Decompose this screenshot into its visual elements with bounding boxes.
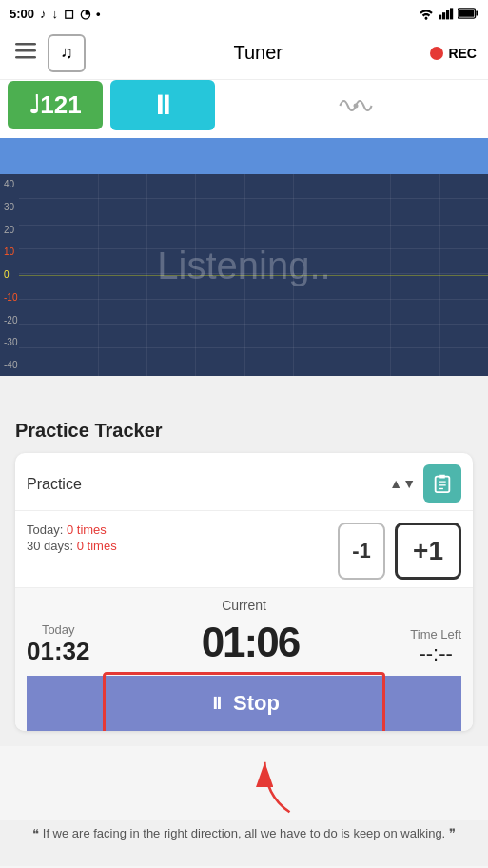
toolbar: ♩121 ⏸ bbox=[0, 80, 488, 138]
days30-count: 0 times bbox=[77, 539, 117, 553]
menu-icon bbox=[15, 43, 36, 60]
svg-rect-5 bbox=[476, 10, 478, 15]
practice-section: Practice Tracker Practice ▲▼ bbox=[0, 404, 488, 746]
current-label: Current bbox=[27, 598, 461, 613]
card-stats: Today: 0 times 30 days: 0 times -1 +1 bbox=[15, 511, 473, 588]
today-col: Today 01:32 bbox=[27, 622, 90, 666]
y-label-30: 30 bbox=[4, 203, 17, 212]
y-label-10: 10 bbox=[4, 247, 17, 257]
radio-wave-icon bbox=[332, 90, 380, 121]
y-label-40: 40 bbox=[4, 180, 17, 189]
section-separator bbox=[0, 376, 488, 404]
practice-select[interactable]: Practice bbox=[27, 476, 389, 492]
select-arrows-icon: ▲▼ bbox=[389, 476, 416, 491]
today-time-value: 01:32 bbox=[27, 637, 90, 666]
card-top: Practice ▲▼ bbox=[15, 453, 473, 511]
y-label-neg10: -10 bbox=[4, 293, 17, 303]
svg-rect-9 bbox=[15, 56, 36, 59]
practice-card: Practice ▲▼ Today: 0 times 30 bbox=[15, 453, 473, 731]
download-icon: ↓ bbox=[52, 7, 59, 21]
practice-tracker-title: Practice Tracker bbox=[15, 420, 473, 442]
today-count: 0 times bbox=[67, 523, 107, 537]
bpm-value: ♩121 bbox=[29, 90, 81, 119]
rec-dot-icon bbox=[430, 47, 443, 60]
current-time-value: 01:06 bbox=[202, 619, 300, 665]
card-current: Current Today 01:32 01:06 Time Left --:-… bbox=[15, 588, 473, 731]
status-bar: 5:00 ♪ ↓ ◻ ◔ • bbox=[0, 0, 488, 27]
current-time-display: 01:06 bbox=[202, 619, 300, 666]
stats-text: Today: 0 times 30 days: 0 times bbox=[27, 523, 319, 555]
dot-indicator: • bbox=[96, 7, 101, 21]
page-title: Tuner bbox=[233, 42, 283, 64]
svg-rect-0 bbox=[439, 15, 441, 20]
svg-point-10 bbox=[353, 103, 358, 108]
svg-rect-1 bbox=[442, 12, 445, 19]
status-right bbox=[418, 7, 478, 20]
svg-rect-8 bbox=[15, 49, 36, 52]
hamburger-button[interactable] bbox=[11, 39, 40, 67]
battery-icon bbox=[458, 8, 478, 19]
logo-music-note: ♫ bbox=[60, 43, 73, 63]
today-time-label: Today bbox=[27, 622, 90, 637]
time-left-value: --:-- bbox=[410, 641, 461, 666]
current-row: Today 01:32 01:06 Time Left --:-- bbox=[27, 619, 461, 676]
wifi-icon bbox=[418, 7, 435, 20]
rec-button[interactable]: REC bbox=[430, 46, 477, 61]
nfc-icon: ◔ bbox=[80, 7, 90, 21]
pause-icon: ⏸ bbox=[149, 89, 176, 121]
svg-rect-3 bbox=[450, 8, 453, 19]
signal-icon bbox=[439, 7, 454, 20]
pause-button[interactable]: ⏸ bbox=[110, 80, 215, 130]
decrement-button[interactable]: -1 bbox=[338, 523, 385, 580]
y-label-0: 0 bbox=[4, 270, 17, 280]
y-label-neg20: -20 bbox=[4, 316, 17, 326]
bpm-display: ♩121 bbox=[8, 81, 103, 129]
time-left-col: Time Left --:-- bbox=[410, 627, 461, 666]
arrow-annotation bbox=[0, 746, 488, 820]
stop-label: Stop bbox=[233, 691, 280, 716]
clipboard-button[interactable] bbox=[423, 464, 461, 503]
arrow-icon bbox=[244, 754, 302, 820]
increment-button[interactable]: +1 bbox=[395, 523, 461, 580]
app-logo: ♫ bbox=[48, 34, 86, 72]
stop-button[interactable]: ⏸ Stop bbox=[27, 676, 461, 731]
svg-rect-2 bbox=[446, 10, 449, 20]
stop-btn-container: ⏸ Stop bbox=[27, 676, 461, 731]
status-left: 5:00 ♪ ↓ ◻ ◔ • bbox=[10, 7, 101, 21]
app-header: ♫ Tuner REC bbox=[0, 27, 488, 80]
tuner-tab[interactable] bbox=[223, 90, 488, 121]
quote-text: ❝ If we are facing in the right directio… bbox=[23, 824, 465, 843]
quote-section: ❝ If we are facing in the right directio… bbox=[0, 820, 488, 866]
svg-rect-7 bbox=[15, 43, 36, 46]
time-left-label: Time Left bbox=[410, 627, 461, 641]
rec-label: REC bbox=[448, 46, 477, 61]
tuner-blue-bar bbox=[0, 138, 488, 174]
clipboard-icon bbox=[433, 473, 452, 494]
svg-rect-11 bbox=[436, 477, 450, 493]
y-label-20: 20 bbox=[4, 226, 17, 235]
listening-text: Listening.. bbox=[157, 245, 330, 287]
y-label-neg40: -40 bbox=[4, 361, 17, 370]
y-label-neg30: -30 bbox=[4, 338, 17, 347]
music-icon: ♪ bbox=[40, 7, 47, 21]
today-stats: Today: 0 times bbox=[27, 523, 319, 537]
pause-stop-icon: ⏸ bbox=[208, 694, 225, 714]
y-axis-labels: 40 30 20 10 0 -10 -20 -30 -40 bbox=[4, 174, 17, 376]
counter-buttons: -1 +1 bbox=[338, 523, 461, 580]
sd-icon: ◻ bbox=[64, 7, 74, 21]
days30-stats: 30 days: 0 times bbox=[27, 539, 319, 553]
status-time: 5:00 bbox=[10, 7, 34, 21]
svg-rect-6 bbox=[459, 10, 474, 17]
tuner-display: 40 30 20 10 0 -10 -20 -30 -40 Listening.… bbox=[0, 138, 488, 376]
